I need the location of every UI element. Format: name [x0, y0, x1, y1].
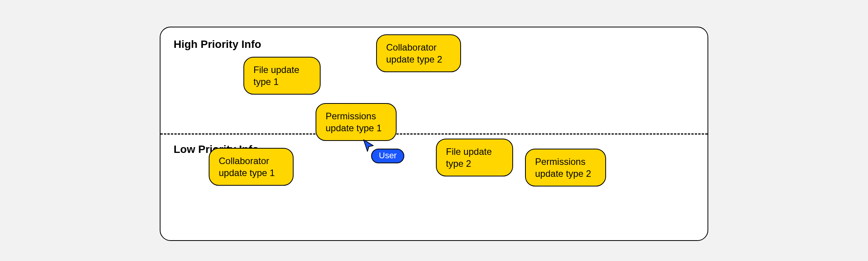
priority-divider — [160, 133, 708, 134]
chip-permissions-update-2[interactable]: Permissions update type 2 — [525, 149, 606, 186]
user-cursor[interactable]: User — [363, 139, 417, 173]
cursor-icon — [363, 139, 374, 153]
chip-file-update-1[interactable]: File update type 1 — [243, 57, 321, 95]
chip-file-update-2[interactable]: File update type 2 — [436, 139, 513, 176]
chip-permissions-update-1[interactable]: Permissions update type 1 — [316, 103, 397, 141]
chip-collaborator-update-1[interactable]: Collaborator update type 1 — [209, 148, 294, 186]
high-priority-label: High Priority Info — [174, 38, 261, 51]
diagram-stage: High Priority Info Low Priority Info Fil… — [0, 0, 868, 261]
user-cursor-label: User — [371, 149, 404, 163]
chip-collaborator-update-2[interactable]: Collaborator update type 2 — [376, 34, 461, 72]
priority-panel: High Priority Info Low Priority Info Fil… — [160, 27, 708, 241]
